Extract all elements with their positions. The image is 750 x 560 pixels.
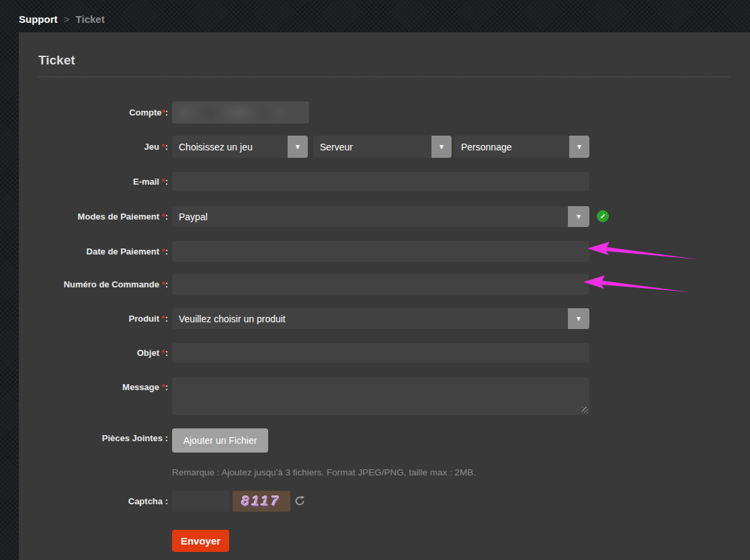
resize-handle[interactable] [582, 407, 588, 413]
message-field[interactable] [172, 377, 589, 415]
objet-label: Objet *: [0, 343, 168, 363]
personnage-select[interactable]: Personnage ▼ [454, 136, 589, 158]
jeu-select[interactable]: Choisissez un jeu ▼ [172, 136, 308, 158]
chevron-down-icon[interactable]: ▼ [288, 136, 308, 158]
refresh-captcha-icon[interactable] [294, 495, 306, 507]
date-label: Date de Paiement *: [0, 241, 168, 262]
compte-field[interactable] [172, 101, 309, 124]
jeu-label: Jeu *: [0, 136, 168, 158]
chevron-down-icon[interactable]: ▼ [568, 206, 589, 227]
redacted-account-value [179, 106, 285, 119]
compte-label: Compte*: [0, 101, 168, 124]
breadcrumb-current: Ticket [76, 13, 105, 25]
serveur-select[interactable]: Serveur ▼ [313, 136, 452, 158]
date-paiement-field[interactable] [172, 241, 589, 262]
email-field[interactable] [172, 172, 589, 191]
add-file-button[interactable]: Ajouter un Fichier [172, 428, 268, 453]
produit-label: Produit *: [0, 308, 168, 329]
captcha-input[interactable] [172, 491, 229, 512]
title-divider [38, 77, 730, 77]
breadcrumb-support-link[interactable]: Support [19, 13, 58, 25]
captcha-code: 8117 [241, 494, 281, 509]
breadcrumb: Support > Ticket [19, 13, 105, 25]
produit-select[interactable]: Veuillez choisir un produit ▼ [172, 308, 589, 329]
envoyer-button[interactable]: Envoyer [172, 530, 229, 552]
objet-field[interactable] [172, 343, 589, 363]
pieces-label: Pièces Jointes : [0, 432, 168, 445]
chevron-down-icon[interactable]: ▼ [431, 136, 452, 158]
numero-commande-field[interactable] [172, 274, 589, 295]
paiement-label: Modes de Paiement *: [0, 206, 168, 227]
breadcrumb-separator: > [64, 13, 70, 25]
email-label: E-mail *: [0, 172, 168, 191]
attachment-note: Remarque : Ajoutez jusqu'à 3 fichiers. F… [172, 467, 476, 477]
valid-check-icon: ✓ [597, 210, 609, 222]
chevron-down-icon[interactable]: ▼ [568, 308, 589, 329]
captcha-label: Captcha : [0, 491, 168, 512]
page-title: Ticket [38, 53, 75, 68]
paiement-select[interactable]: Paypal ▼ [172, 206, 589, 227]
commande-label: Numéro de Commande *: [0, 274, 168, 295]
chevron-down-icon[interactable]: ▼ [569, 136, 589, 158]
captcha-image: 8117 [233, 491, 290, 512]
